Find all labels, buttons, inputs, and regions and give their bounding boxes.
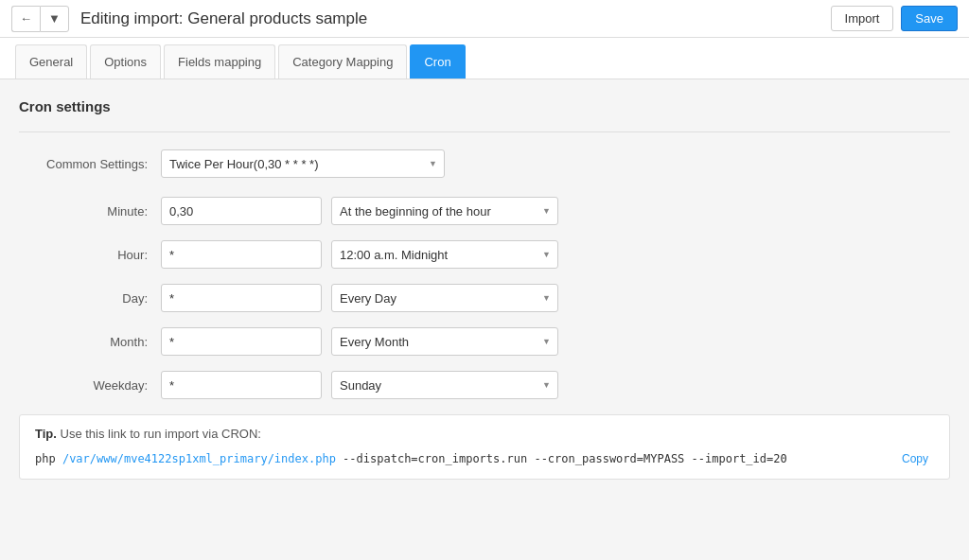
tab-general[interactable]: General <box>15 44 87 79</box>
select-minute[interactable]: At the beginning of the hourAt the 30th … <box>331 197 558 225</box>
tab-options[interactable]: Options <box>90 44 161 79</box>
tip-prefix: Tip. <box>35 427 57 441</box>
common-settings-group: Common Settings: Twice Per Hour(0,30 * *… <box>19 149 950 178</box>
select-wrapper-minute: At the beginning of the hourAt the 30th … <box>331 197 558 225</box>
label-weekday: Weekday: <box>38 378 161 393</box>
common-settings-wrapper: Twice Per Hour(0,30 * * * *)Every Hour(0… <box>161 149 445 178</box>
tabs-bar: GeneralOptionsFields mappingCategory Map… <box>0 38 969 79</box>
select-day[interactable]: Every DayMondayTuesdayWednesdayThursdayF… <box>331 284 558 312</box>
field-row-day: Day:Every DayMondayTuesdayWednesdayThurs… <box>19 284 950 312</box>
field-row-minute: Minute:At the beginning of the hourAt th… <box>19 197 950 225</box>
tab-category-mapping[interactable]: Category Mapping <box>278 44 407 79</box>
input-weekday[interactable] <box>161 371 322 399</box>
label-day: Day: <box>38 291 161 306</box>
cmd-suffix: --dispatch=cron_imports.run --cron_passw… <box>336 452 787 465</box>
tip-box: Tip. Use this link to run import via CRO… <box>19 414 950 480</box>
field-inner-month: Every MonthJanuaryFebruaryMarchAprilMayJ… <box>161 327 558 356</box>
tab-fields-mapping[interactable]: Fields mapping <box>164 44 275 79</box>
field-inner-minute: At the beginning of the hourAt the 30th … <box>161 197 558 225</box>
select-wrapper-weekday: SundayMondayTuesdayWednesdayThursdayFrid… <box>331 371 558 399</box>
select-hour[interactable]: 12:00 a.m. MidnightEvery hourCustom <box>331 240 558 269</box>
page-title: Editing import: General products sample <box>80 9 831 28</box>
select-month[interactable]: Every MonthJanuaryFebruaryMarchAprilMayJ… <box>331 327 558 356</box>
label-minute: Minute: <box>38 204 161 219</box>
field-inner-hour: 12:00 a.m. MidnightEvery hourCustom <box>161 240 558 269</box>
import-button[interactable]: Import <box>831 6 894 31</box>
divider <box>19 131 950 132</box>
label-month: Month: <box>38 335 161 349</box>
field-row-month: Month:Every MonthJanuaryFebruaryMarchApr… <box>19 327 950 356</box>
field-inner-day: Every DayMondayTuesdayWednesdayThursdayF… <box>161 284 558 312</box>
content-area: Cron settings Common Settings: Twice Per… <box>0 79 969 560</box>
top-actions: Import Save <box>831 6 958 31</box>
select-wrapper-month: Every MonthJanuaryFebruaryMarchAprilMayJ… <box>331 327 558 356</box>
tip-text: Tip. Use this link to run import via CRO… <box>35 427 934 441</box>
save-button[interactable]: Save <box>901 6 958 31</box>
cmd-plain: php <box>35 452 62 465</box>
common-settings-select[interactable]: Twice Per Hour(0,30 * * * *)Every Hour(0… <box>161 149 445 178</box>
field-row-hour: Hour:12:00 a.m. MidnightEvery hourCustom <box>19 240 950 269</box>
input-day[interactable] <box>161 284 322 312</box>
cmd-link: /var/www/mve4122sp1xml_primary/index.php <box>62 452 336 465</box>
cron-command-row: php /var/www/mve4122sp1xml_primary/index… <box>35 450 934 467</box>
tab-cron[interactable]: Cron <box>410 44 465 79</box>
tip-body: Use this link to run import via CRON: <box>61 427 261 441</box>
input-month[interactable] <box>161 327 322 356</box>
nav-buttons: ← ▼ <box>11 6 69 32</box>
label-hour: Hour: <box>38 248 161 262</box>
input-minute[interactable] <box>161 197 322 225</box>
select-wrapper-day: Every DayMondayTuesdayWednesdayThursdayF… <box>331 284 558 312</box>
section-title: Cron settings <box>19 98 950 114</box>
field-row-weekday: Weekday:SundayMondayTuesdayWednesdayThur… <box>19 371 950 399</box>
cron-command: php /var/www/mve4122sp1xml_primary/index… <box>35 452 887 465</box>
input-hour[interactable] <box>161 240 322 269</box>
field-inner-weekday: SundayMondayTuesdayWednesdayThursdayFrid… <box>161 371 558 399</box>
field-rows-container: Minute:At the beginning of the hourAt th… <box>19 197 950 399</box>
top-bar: ← ▼ Editing import: General products sam… <box>0 0 969 38</box>
dropdown-button[interactable]: ▼ <box>40 6 69 32</box>
common-settings-label: Common Settings: <box>38 157 161 171</box>
select-wrapper-hour: 12:00 a.m. MidnightEvery hourCustom <box>331 240 558 269</box>
select-weekday[interactable]: SundayMondayTuesdayWednesdayThursdayFrid… <box>331 371 558 399</box>
back-button[interactable]: ← <box>11 6 40 32</box>
copy-button[interactable]: Copy <box>896 450 934 467</box>
